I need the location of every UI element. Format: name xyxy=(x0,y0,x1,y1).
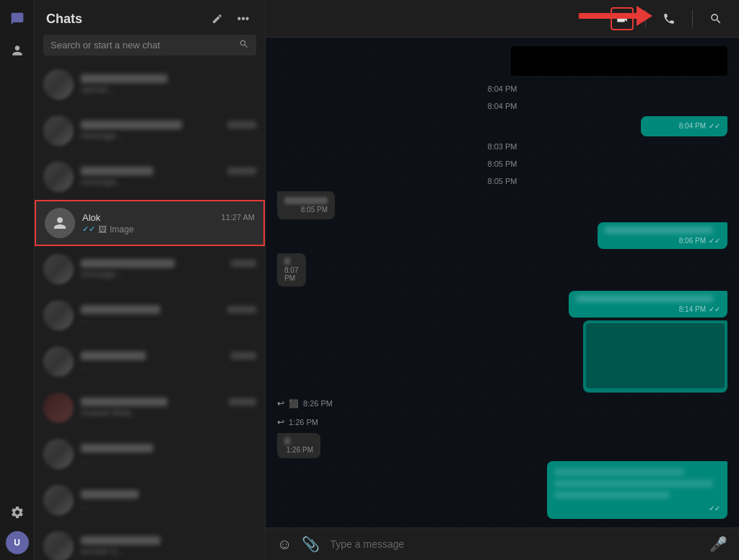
media-bar xyxy=(511,46,727,76)
chat-preview: ✓✓ 🖼 Image xyxy=(82,224,255,235)
avatar xyxy=(43,485,74,515)
avatar xyxy=(43,346,74,377)
arrow-head xyxy=(637,6,652,26)
chat-name xyxy=(81,398,167,406)
user-avatar[interactable]: U xyxy=(6,531,29,554)
list-item[interactable]: message... xyxy=(35,108,265,154)
chat-messages: 8:04 PM 8:04 PM 8:04 PM ✓✓ 8:03 PM 8:05 … xyxy=(266,38,739,528)
msg-time: 8:04 PM xyxy=(679,122,706,130)
chat-header xyxy=(266,0,739,38)
chat-name xyxy=(81,536,160,545)
list-item[interactable]: wonder b... xyxy=(35,523,265,560)
chat-time xyxy=(231,260,256,267)
chat-main: 8:04 PM 8:04 PM 8:04 PM ✓✓ 8:03 PM 8:05 … xyxy=(266,0,739,560)
message-bubble: ✓✓ xyxy=(547,461,727,519)
chat-time: 11:27 AM xyxy=(222,213,255,222)
avatar xyxy=(43,439,74,469)
chat-name xyxy=(81,490,139,499)
chat-name xyxy=(81,167,153,175)
incoming-msg: 1:26 PM xyxy=(277,433,320,458)
avatar xyxy=(43,254,74,284)
chat-time xyxy=(229,398,256,406)
list-item-alok[interactable]: Alok 11:27 AM ✓✓ 🖼 Image xyxy=(35,200,265,246)
app-sidebar: U xyxy=(0,0,35,560)
message-bubble: 8:14 PM ✓✓ xyxy=(569,291,727,318)
chat-name xyxy=(81,305,160,314)
red-arrow-annotation xyxy=(579,6,652,26)
chat-time xyxy=(227,121,256,128)
message-bubble: 8:05 PM xyxy=(277,191,335,219)
chat-name xyxy=(81,444,153,452)
search-bar xyxy=(43,35,256,56)
chat-info: ... xyxy=(81,305,256,325)
chat-time xyxy=(227,306,256,313)
list-item[interactable]: message... xyxy=(35,246,265,292)
list-item[interactable]: upload... xyxy=(35,61,265,108)
attach-button[interactable]: 📎 xyxy=(302,535,320,553)
time-label: ↩ 1:26 PM xyxy=(277,417,318,427)
list-item[interactable]: ... xyxy=(35,292,265,338)
chat-info: message... xyxy=(81,259,256,279)
chat-time xyxy=(227,167,256,175)
list-item[interactable]: ... xyxy=(35,431,265,477)
chat-preview: ... xyxy=(81,362,256,372)
search-button[interactable] xyxy=(704,7,727,30)
mic-button[interactable]: 🎤 xyxy=(709,535,727,553)
list-item[interactable]: message... xyxy=(35,154,265,200)
arrow-shaft xyxy=(579,13,637,19)
list-item[interactable]: ... xyxy=(35,338,265,385)
msg-time: 8:05 PM xyxy=(301,206,328,214)
chat-name: Alok xyxy=(82,212,100,223)
message-input[interactable] xyxy=(330,538,699,550)
search-input[interactable] xyxy=(51,40,233,51)
sidebar-settings-icon[interactable] xyxy=(4,499,30,525)
chat-info: Alok 11:27 AM ✓✓ 🖼 Image xyxy=(82,212,255,235)
compose-button[interactable] xyxy=(207,9,227,29)
message-bubble xyxy=(583,320,727,393)
sidebar-contacts-icon[interactable] xyxy=(4,38,30,64)
message-bubble: 8:07 PM xyxy=(277,253,306,286)
time-label: 8:04 PM xyxy=(277,84,727,93)
chat-list: upload... message... message.. xyxy=(35,61,265,560)
chat-info: message... xyxy=(81,167,256,187)
header-icons: ••• xyxy=(207,9,253,29)
chat-info: ... xyxy=(81,351,256,372)
list-item[interactable]: Huawei Mate... xyxy=(35,385,265,431)
chat-info: Huawei Mate... xyxy=(81,398,256,418)
preview-icon: 🖼 xyxy=(98,224,107,235)
chat-name xyxy=(81,74,167,83)
chat-preview: ... xyxy=(81,315,256,325)
avatar xyxy=(43,300,74,331)
msg-time: 8:14 PM xyxy=(679,305,706,313)
chat-preview: Huawei Mate... xyxy=(81,408,256,418)
chat-info: message... xyxy=(81,121,256,141)
msg-time: 8:07 PM xyxy=(284,266,299,282)
incoming-partial: 8:05 PM xyxy=(277,191,335,219)
double-tick: ✓✓ xyxy=(709,237,720,245)
sidebar-chat-icon[interactable] xyxy=(4,6,30,32)
chat-preview: message... xyxy=(81,131,256,141)
panel-title: Chats xyxy=(46,12,82,27)
message-bubble: 8:04 PM ✓✓ xyxy=(641,116,727,136)
chat-name xyxy=(81,259,175,268)
chat-list-header: Chats ••• xyxy=(35,0,265,35)
preview-text: Image xyxy=(110,224,134,235)
time-label: 8:03 PM xyxy=(277,142,727,151)
time-label: 8:04 PM xyxy=(277,102,727,110)
double-tick: ✓✓ xyxy=(709,122,720,130)
time-label: 8:05 PM xyxy=(277,159,727,168)
chat-time xyxy=(231,352,256,359)
chat-name xyxy=(81,351,146,360)
more-options-button[interactable]: ••• xyxy=(233,9,253,29)
chat-preview: message... xyxy=(81,269,256,279)
header-divider-2 xyxy=(692,10,693,27)
emoji-button[interactable]: ☺ xyxy=(277,536,292,553)
phone-call-button[interactable] xyxy=(657,7,681,30)
list-item[interactable]: ... xyxy=(35,477,265,523)
chat-preview: ... xyxy=(81,500,256,510)
time-label: ↩ ⬛ 8:26 PM xyxy=(277,398,333,408)
chat-input-bar: ☺ 📎 🎤 xyxy=(266,528,739,560)
avatar xyxy=(43,69,74,100)
double-tick: ✓✓ xyxy=(709,504,720,512)
double-tick: ✓✓ xyxy=(709,305,720,313)
